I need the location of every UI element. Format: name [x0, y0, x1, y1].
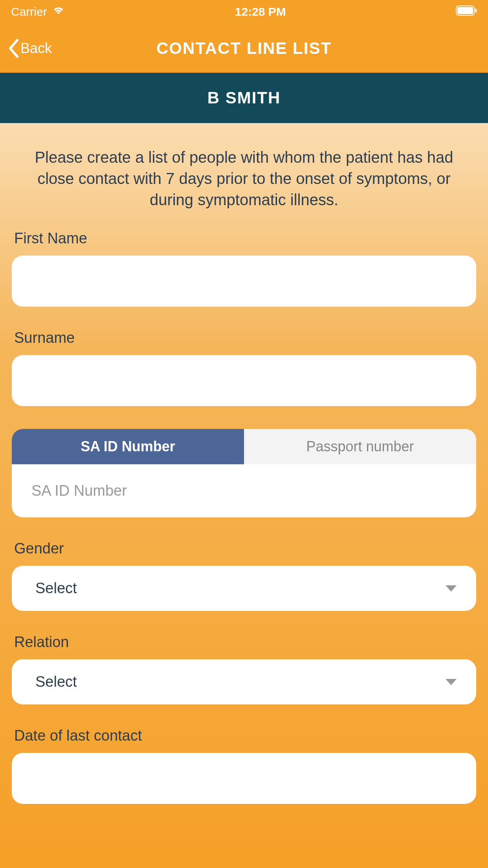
- gender-select[interactable]: Select: [12, 566, 476, 611]
- status-time: 12:28 PM: [235, 5, 286, 18]
- patient-name-bar: B SMITH: [0, 73, 488, 123]
- surname-group: Surname: [12, 329, 476, 406]
- chevron-down-icon: [446, 585, 457, 592]
- chevron-left-icon: [8, 39, 20, 58]
- relation-selected-value: Select: [35, 673, 77, 690]
- svg-rect-2: [475, 9, 477, 13]
- chevron-down-icon: [446, 679, 457, 685]
- sa-id-input[interactable]: [12, 464, 476, 517]
- first-name-group: First Name: [12, 230, 476, 307]
- tab-sa-id[interactable]: SA ID Number: [12, 429, 244, 464]
- date-last-contact-label: Date of last contact: [12, 727, 476, 744]
- wifi-icon: [52, 5, 65, 18]
- instructions-text: Please create a list of people with whom…: [0, 123, 488, 230]
- svg-rect-1: [457, 7, 473, 14]
- date-last-contact-input[interactable]: [12, 753, 476, 804]
- surname-label: Surname: [12, 329, 476, 346]
- status-left: Carrier: [11, 5, 65, 18]
- first-name-input[interactable]: [12, 256, 476, 307]
- gender-label: Gender: [12, 540, 476, 557]
- relation-group: Relation Select: [12, 634, 476, 704]
- surname-input[interactable]: [12, 355, 476, 406]
- nav-bar: Back CONTACT LINE LIST: [0, 24, 488, 73]
- page-title: CONTACT LINE LIST: [8, 39, 480, 58]
- status-bar: Carrier 12:28 PM: [0, 0, 488, 24]
- id-tabs: SA ID Number Passport number: [12, 429, 476, 464]
- patient-name: B SMITH: [207, 88, 281, 107]
- id-section: SA ID Number Passport number: [12, 429, 476, 517]
- tab-passport[interactable]: Passport number: [244, 429, 476, 464]
- battery-icon: [456, 5, 477, 18]
- relation-select[interactable]: Select: [12, 659, 476, 704]
- carrier-label: Carrier: [11, 5, 47, 18]
- back-button[interactable]: Back: [8, 39, 52, 58]
- gender-group: Gender Select: [12, 540, 476, 611]
- relation-label: Relation: [12, 634, 476, 651]
- first-name-label: First Name: [12, 230, 476, 247]
- date-last-contact-group: Date of last contact: [12, 727, 476, 804]
- back-label: Back: [20, 40, 52, 57]
- gender-selected-value: Select: [35, 580, 77, 597]
- form-container: First Name Surname SA ID Number Passport…: [0, 230, 488, 804]
